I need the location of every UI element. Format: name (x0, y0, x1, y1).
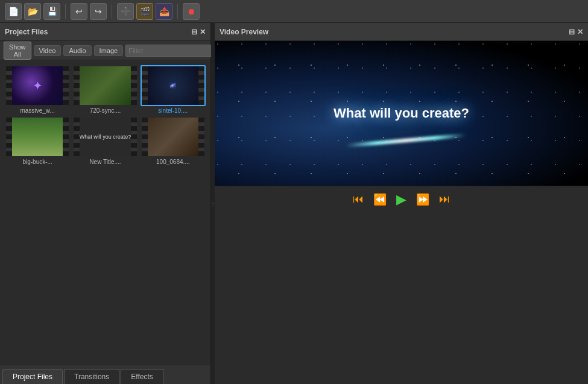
thumb-inner-100_0684 (142, 118, 204, 156)
save-button[interactable]: 💾 (43, 3, 60, 20)
fast-forward-button[interactable]: ⏩ (416, 193, 429, 206)
video-background: What will you create? (215, 41, 588, 186)
audio-filter-button[interactable]: Audio (63, 45, 91, 56)
new-button[interactable]: 📄 (5, 3, 22, 20)
record-button[interactable]: ⏺ (183, 3, 200, 20)
video-preview-title: Video Preview (220, 28, 268, 36)
media-label-100_0684: 100_0684.... (141, 159, 206, 165)
toolbar-separator-2 (112, 4, 112, 19)
media-label-newtitle: New Title.... (72, 159, 138, 165)
media-thumb-massive: ✦ (5, 65, 70, 106)
rewind-button[interactable]: ⏪ (373, 193, 387, 206)
undo-button[interactable]: ↩ (71, 3, 87, 20)
video-canvas: What will you create? (215, 41, 588, 186)
media-label-bigbuck: big-buck-... (5, 159, 70, 165)
toolbar-separator-1 (65, 4, 66, 19)
export-button[interactable]: 📤 (156, 3, 172, 20)
show-all-button[interactable]: Show All (4, 42, 31, 60)
thumb-inner-newtitle: What will you create? (74, 118, 136, 156)
media-label-sintel: sintel-10.... (141, 107, 206, 114)
bottom-tabs: Project Files Transitions Effects (0, 365, 210, 384)
close-icon[interactable]: ✕ (200, 28, 206, 36)
media-label-massive: massive_w... (5, 107, 70, 114)
media-item-720sync[interactable]: 720-sync.... (72, 65, 138, 114)
media-item-sintel[interactable]: 🌌 sintel-10.... (141, 65, 206, 114)
transitions-button[interactable]: 🎬 (136, 3, 153, 20)
rewind-start-button[interactable]: ⏮ (353, 193, 364, 206)
media-thumb-newtitle: What will you create? (72, 116, 138, 157)
media-item-bigbuck[interactable]: big-buck-... (5, 116, 70, 165)
redo-button[interactable]: ↪ (90, 3, 107, 20)
header-controls: ⊟ ✕ (191, 28, 206, 36)
toolbar-separator-3 (177, 4, 178, 19)
main-toolbar: 📄 📂 💾 ↩ ↪ ➕ 🎬 📤 ⏺ (0, 0, 588, 23)
fast-forward-end-button[interactable]: ⏭ (439, 193, 450, 206)
media-thumb-bigbuck (5, 116, 70, 157)
filter-input[interactable] (125, 45, 215, 57)
media-item-newtitle[interactable]: What will you create? New Title.... (72, 116, 138, 165)
thumb-inner-massive: ✦ (6, 66, 69, 105)
media-thumb-720sync (72, 65, 138, 106)
tab-transitions[interactable]: Transitions (64, 369, 119, 384)
play-button[interactable]: ▶ (396, 192, 406, 207)
video-close-icon[interactable]: ✕ (577, 28, 583, 36)
left-panel: Project Files ⊟ ✕ Show All Video Audio I… (0, 23, 211, 384)
media-item-100_0684[interactable]: 100_0684.... (141, 116, 206, 165)
video-filter-button[interactable]: Video (34, 45, 62, 56)
media-label-720sync: 720-sync.... (72, 107, 138, 114)
media-thumb-100_0684 (141, 116, 206, 157)
video-header-controls: ⊟ ✕ (569, 28, 583, 36)
video-preview-header: Video Preview ⊟ ✕ (215, 23, 588, 41)
media-item-massive[interactable]: ✦ massive_w... (5, 65, 70, 114)
open-button[interactable]: 📂 (24, 3, 41, 20)
thumb-inner-720sync (74, 66, 136, 105)
tab-project-files[interactable]: Project Files (2, 369, 63, 384)
project-files-header: Project Files ⊟ ✕ (0, 23, 210, 41)
thumb-inner-bigbuck (6, 118, 69, 156)
video-overlay-text: What will you create? (334, 105, 469, 121)
project-files-title: Project Files (5, 28, 48, 36)
minimize-icon[interactable]: ⊟ (191, 28, 197, 36)
tab-effects[interactable]: Effects (121, 369, 163, 384)
media-grid: ✦ massive_w... 720-sync.... 🌌 (0, 60, 210, 365)
main-area: Project Files ⊟ ✕ Show All Video Audio I… (0, 23, 588, 384)
thumb-inner-sintel: 🌌 (142, 66, 204, 105)
media-thumb-sintel: 🌌 (141, 65, 206, 106)
filter-bar: Show All Video Audio Image 🔧 (0, 41, 210, 60)
transport-controls: ⏮ ⏪ ▶ ⏩ ⏭ (215, 186, 588, 212)
video-minimize-icon[interactable]: ⊟ (569, 28, 575, 36)
right-panel: Video Preview ⊟ ✕ What will you create? … (215, 23, 588, 384)
import-button[interactable]: ➕ (117, 3, 134, 20)
image-filter-button[interactable]: Image (94, 45, 124, 56)
